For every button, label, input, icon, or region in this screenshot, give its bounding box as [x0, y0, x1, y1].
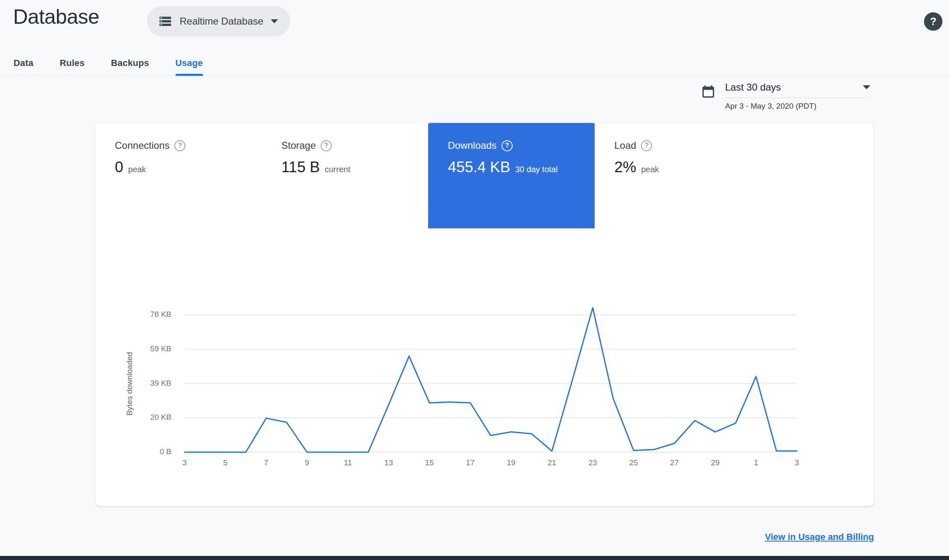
tab-backups[interactable]: Backups — [111, 58, 149, 75]
date-range-dropdown[interactable]: Last 30 days — [725, 82, 870, 98]
y-tick-label: 78 KB — [150, 310, 171, 319]
x-tick-label: 29 — [711, 458, 719, 467]
y-tick-label: 39 KB — [150, 379, 171, 388]
x-tick-label: 11 — [344, 458, 352, 467]
y-axis-ticks: 0 B20 KB39 KB59 KB78 KB — [95, 123, 178, 506]
x-tick-label: 27 — [670, 458, 679, 467]
chevron-down-icon — [271, 19, 278, 23]
date-range-selected: Last 30 days — [725, 82, 781, 93]
database-instance-selector[interactable]: Realtime Database — [147, 6, 290, 36]
y-tick-label: 20 KB — [150, 413, 171, 422]
date-range-detail: Apr 3 - May 3, 2020 (PDT) — [725, 102, 870, 111]
x-tick-label: 23 — [589, 458, 597, 467]
x-tick-label: 5 — [223, 458, 228, 467]
footer-bar — [0, 556, 949, 560]
x-axis-ticks: 35791113151719212325272913 — [185, 458, 797, 471]
calendar-icon — [700, 84, 716, 100]
chevron-down-icon — [863, 85, 870, 89]
x-tick-label: 7 — [264, 458, 269, 467]
tab-rules[interactable]: Rules — [60, 58, 85, 75]
date-range-body: Last 30 days Apr 3 - May 3, 2020 (PDT) — [725, 82, 870, 111]
help-button[interactable]: ? — [924, 12, 942, 31]
database-icon — [158, 14, 172, 28]
line-chart-plot — [185, 307, 797, 455]
tab-bar: Data Rules Backups Usage — [0, 52, 949, 75]
x-tick-label: 13 — [384, 458, 393, 467]
x-tick-label: 3 — [182, 458, 187, 467]
page-title: Database — [13, 5, 99, 29]
x-tick-label: 9 — [305, 458, 309, 467]
x-tick-label: 15 — [425, 458, 434, 467]
x-tick-label: 3 — [795, 458, 799, 467]
usage-billing-link[interactable]: View in Usage and Billing — [765, 532, 874, 542]
y-tick-label: 59 KB — [150, 344, 171, 353]
date-range-selector[interactable]: Last 30 days Apr 3 - May 3, 2020 (PDT) — [700, 82, 870, 111]
tab-data[interactable]: Data — [14, 58, 34, 75]
x-tick-label: 17 — [466, 458, 474, 467]
firebase-database-usage-page: Database Realtime Database ? Data Rules … — [0, 0, 949, 560]
help-icon: ? — [930, 15, 937, 28]
x-tick-label: 1 — [754, 458, 758, 467]
x-tick-label: 25 — [629, 458, 638, 467]
x-tick-label: 19 — [507, 458, 516, 467]
database-instance-label: Realtime Database — [180, 16, 263, 27]
downloads-chart: Bytes downloaded 0 B20 KB39 KB59 KB78 KB… — [95, 123, 874, 506]
y-tick-label: 0 B — [160, 447, 171, 456]
usage-card: Connections ? 0 peak Storage ? 115 B cur… — [95, 123, 874, 506]
x-tick-label: 21 — [548, 458, 556, 467]
tab-usage[interactable]: Usage — [176, 58, 203, 75]
